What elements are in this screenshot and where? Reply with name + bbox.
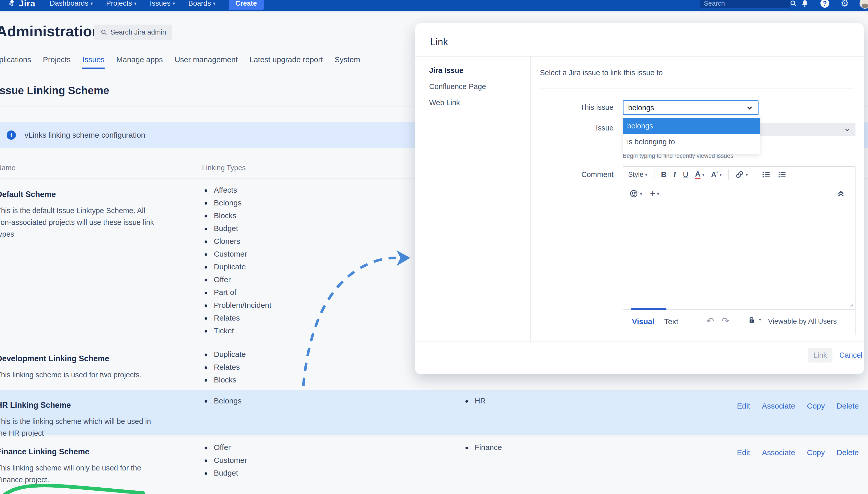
tab-text[interactable]: Text (664, 317, 678, 326)
scheme-name: Finance Linking Scheme (0, 447, 196, 456)
linking-type-item: Cloners (204, 235, 271, 248)
linking-type-item: Budget (204, 222, 271, 235)
this-issue-select[interactable]: belongs (623, 100, 758, 115)
copy-link[interactable]: Copy (807, 402, 825, 410)
italic-button[interactable]: I (673, 170, 676, 179)
redo-icon[interactable]: ↷ (722, 316, 729, 326)
page-title: Issue Linking Scheme (0, 84, 109, 97)
projects-list: Finance (466, 441, 502, 454)
visibility-lock-button[interactable] (748, 316, 762, 324)
copy-link[interactable]: Copy (807, 448, 825, 457)
bullet-icon (204, 266, 207, 269)
edit-link[interactable]: Edit (737, 448, 750, 457)
linking-type-item: Affects (204, 184, 271, 196)
chevron-down-icon (746, 104, 753, 111)
linking-type-item: Blocks (204, 209, 271, 222)
navbar-item-projects[interactable]: Projects▾ (106, 0, 137, 7)
search-icon (789, 0, 797, 7)
comment-textarea[interactable] (623, 205, 855, 309)
search-jira-admin-button[interactable]: Search Jira admin (94, 24, 172, 40)
tab-manage-apps[interactable]: Manage apps (116, 55, 163, 69)
scheme-description: This linking scheme is used for two proj… (0, 369, 160, 381)
project-item: HR (466, 395, 486, 407)
tab-applications[interactable]: Applications (0, 55, 31, 69)
navbar-search[interactable] (700, 0, 790, 8)
create-button[interactable]: Create (229, 0, 263, 10)
underline-button[interactable]: U (683, 170, 689, 179)
tab-projects[interactable]: Projects (43, 55, 71, 69)
navbar-item-boards[interactable]: Boards▾ (188, 0, 215, 7)
bullet-icon (466, 447, 468, 449)
bold-button[interactable]: B (661, 170, 667, 179)
linking-type-item: Relates (204, 311, 271, 324)
page-section-title: Administration (0, 22, 101, 40)
settings-gear-icon[interactable]: ⚙ (840, 0, 850, 8)
bullet-icon (204, 189, 207, 192)
numbered-list-icon[interactable] (777, 170, 787, 179)
text-color-button[interactable]: A▾ (695, 170, 705, 179)
projects-list: HR (466, 395, 486, 407)
jira-logo[interactable]: Jira (8, 0, 36, 8)
sidebar-item-web-link[interactable]: Web Link (429, 98, 460, 107)
bullet-icon (204, 317, 207, 320)
navbar-item-dashboards[interactable]: Dashboards▾ (50, 0, 93, 7)
bullet-icon (204, 400, 207, 403)
tab-issues[interactable]: Issues (82, 55, 104, 69)
dropdown-option[interactable]: belongs (623, 118, 760, 134)
comment-label: Comment (530, 170, 613, 179)
editor-toolbar-row1: Style▾ B I U A▾ A°▾ ▾ (623, 167, 855, 183)
bullet-icon (204, 253, 207, 256)
notifications-bell-icon[interactable] (800, 0, 810, 8)
bullet-icon (204, 379, 207, 382)
bullet-icon (204, 354, 207, 356)
insert-link-button[interactable]: ▾ (735, 170, 748, 179)
navbar-item-label: Dashboards (50, 0, 88, 7)
navbar-item-issues[interactable]: Issues▾ (150, 0, 175, 7)
collapse-toolbar-icon[interactable] (837, 190, 845, 198)
tab-system[interactable]: System (335, 55, 360, 69)
style-dropdown[interactable]: Style▾ (628, 171, 648, 178)
tab-visual[interactable]: Visual (632, 317, 654, 326)
divider (530, 56, 531, 342)
chevron-down-icon: ▾ (213, 1, 216, 6)
dialog-intro-text: Select a Jira issue to link this issue t… (540, 69, 663, 77)
bullet-icon (466, 400, 468, 403)
associate-link[interactable]: Associate (762, 448, 795, 457)
tab-user-management[interactable]: User management (175, 55, 238, 69)
help-icon[interactable]: ? (820, 0, 830, 8)
font-options-button[interactable]: A°▾ (711, 170, 722, 178)
cancel-button[interactable]: Cancel (840, 351, 862, 359)
bullet-icon (204, 459, 207, 462)
link-submit-button[interactable]: Link (808, 348, 832, 362)
navbar-item-label: Projects (106, 0, 132, 7)
undo-icon[interactable]: ↶ (706, 316, 714, 326)
banner-text: vLinks linking scheme configuration (24, 131, 145, 139)
chevron-down-icon: ▾ (173, 1, 175, 6)
tab-latest-upgrade-report[interactable]: Latest upgrade report (249, 55, 323, 69)
scheme-name: HR Linking Scheme (0, 401, 196, 410)
scheme-name-cell: Development Linking SchemeThis linking s… (0, 354, 196, 381)
link-dialog: Link Select a Jira issue to link this is… (415, 23, 864, 374)
bullet-icon (204, 292, 207, 294)
navbar-item-label: Boards (188, 0, 211, 7)
associate-link[interactable]: Associate (762, 402, 795, 410)
editor-footer: Visual Text ↶ ↷ Viewable by All Users (623, 309, 855, 335)
sidebar-item-jira-issue[interactable]: Jira Issue (429, 66, 463, 75)
bullet-list-icon[interactable] (762, 170, 771, 179)
dropdown-option[interactable]: is belonging to (623, 134, 760, 150)
row-actions: EditAssociateCopyDelete (737, 448, 859, 457)
sidebar-item-confluence-page[interactable]: Confluence Page (429, 82, 486, 91)
scheme-name: Default Scheme (0, 190, 196, 199)
insert-more-button[interactable]: +▾ (650, 190, 659, 197)
edit-link[interactable]: Edit (737, 402, 750, 410)
table-row: HR Linking SchemeThis is the linking sch… (0, 390, 868, 435)
scheme-name-cell: HR Linking SchemeThis is the linking sch… (0, 401, 196, 439)
bullet-icon (204, 228, 207, 230)
emoji-picker-button[interactable]: ▾ (629, 189, 643, 198)
resize-handle[interactable] (848, 301, 854, 307)
divider (415, 342, 864, 342)
search-input[interactable] (704, 0, 789, 7)
user-avatar[interactable] (860, 0, 868, 9)
delete-link[interactable]: Delete (836, 402, 859, 410)
delete-link[interactable]: Delete (836, 448, 859, 457)
